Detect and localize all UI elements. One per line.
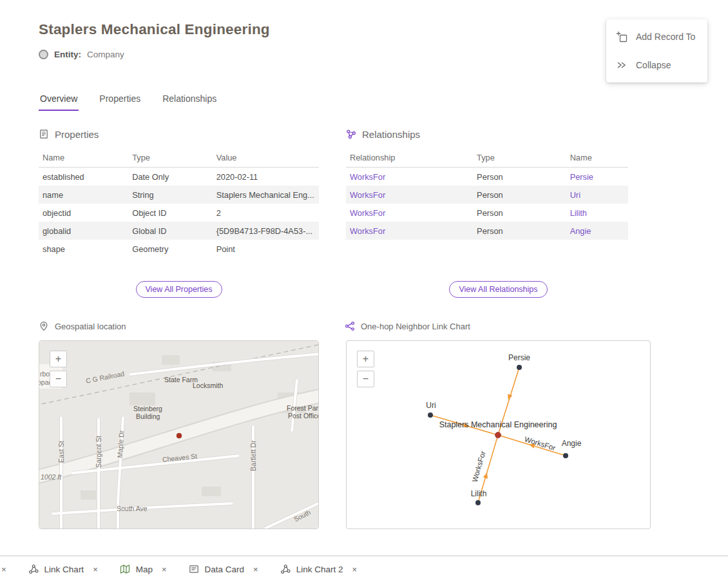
section-title: Geospatial location	[55, 322, 126, 331]
cell-name: shape	[39, 240, 128, 258]
tab-close-icon[interactable]: ×	[93, 565, 98, 574]
center-node-label: Staplers Mechanical Engineering	[439, 420, 557, 429]
cell-value: Point	[213, 240, 319, 258]
column-header-name: Name	[566, 148, 628, 168]
cell-type: Person	[473, 186, 566, 204]
tab-close-icon[interactable]: ×	[1, 565, 6, 574]
link-chart-icon	[280, 564, 291, 574]
relationship-link[interactable]: WorksFor	[350, 190, 385, 200]
one-hop-icon	[345, 321, 355, 331]
entity-link[interactable]: Angie	[570, 226, 591, 236]
node-uri[interactable]	[428, 412, 433, 418]
properties-table: Name Type Value established Date Only 20…	[39, 148, 319, 258]
map-label: Sargent St	[95, 436, 102, 468]
node-label: Uri	[426, 401, 436, 410]
relationships-section-header: Relationships	[346, 128, 628, 141]
cell-type: Date Only	[128, 168, 213, 186]
page-title: Staplers Mechanical Engineering	[39, 21, 270, 38]
table-row: objectid Object ID 2	[39, 204, 319, 222]
view-all-relationships-button[interactable]: View All Relationships	[449, 281, 547, 298]
map-canvas[interactable]	[39, 341, 318, 529]
column-header-type: Type	[128, 148, 213, 168]
map-label: Bartlett Dr	[249, 440, 257, 470]
column-header-type: Type	[473, 148, 566, 168]
view-tab-label: Link Chart 2	[296, 565, 343, 574]
table-row: globalid Global ID {5D9B4713-F98D-4A53-.…	[39, 222, 319, 240]
add-record-icon	[616, 31, 627, 43]
cell-type: Object ID	[128, 204, 213, 222]
properties-section: Properties Name Type Value established D…	[39, 128, 319, 258]
table-row: WorksFor Person Angie	[346, 222, 628, 240]
map-marker[interactable]	[177, 433, 182, 438]
tab-close-icon[interactable]: ×	[352, 565, 358, 574]
link-chart-panel: WorksFor WorksFor Persie Uri Angie Lilit…	[346, 340, 651, 529]
menu-item-collapse[interactable]: Collapse	[606, 51, 707, 79]
view-tab-link-chart-2[interactable]: Link Chart 2 ×	[280, 564, 357, 574]
view-all-properties-button[interactable]: View All Properties	[136, 281, 222, 298]
menu-item-label: Collapse	[636, 60, 671, 70]
menu-item-add-record-to[interactable]: Add Record To	[606, 23, 707, 51]
section-title: Relationships	[362, 129, 420, 140]
view-tab-map[interactable]: Map ×	[120, 564, 167, 574]
cell-name: objectid	[39, 204, 128, 222]
view-tab-link-chart[interactable]: Link Chart ×	[28, 564, 98, 574]
relationships-icon	[346, 129, 356, 139]
zoom-out-button[interactable]: −	[357, 371, 374, 387]
column-header-value: Value	[213, 148, 319, 168]
tab-bar: Overview Properties Relationships	[39, 91, 218, 111]
node-lilith[interactable]	[475, 500, 481, 505]
node-label: Angie	[562, 439, 582, 448]
node-label: Persie	[508, 353, 530, 362]
section-title: One-hop Neighbor Link Chart	[361, 322, 470, 331]
node-persie[interactable]	[517, 365, 522, 370]
zoom-in-button[interactable]: +	[50, 351, 67, 367]
table-row: WorksFor Person Lilith	[346, 204, 628, 222]
cell-name: name	[39, 186, 128, 204]
tab-close-icon[interactable]: ×	[253, 565, 258, 574]
section-title: Properties	[55, 129, 99, 140]
tab-overview[interactable]: Overview	[39, 91, 79, 111]
relationship-link[interactable]: WorksFor	[350, 208, 385, 218]
cell-value: 2020-02-11	[213, 168, 319, 186]
column-header-name: Name	[39, 148, 128, 168]
table-row: WorksFor Person Uri	[346, 186, 628, 204]
data-card-icon	[189, 564, 199, 574]
map-label: East St	[57, 441, 65, 463]
map-label: South Ave	[117, 505, 148, 512]
tab-properties[interactable]: Properties	[98, 91, 142, 111]
map-label: Forest Park	[287, 404, 319, 412]
view-tab-label: Map	[136, 565, 153, 574]
map-label: Locksmith	[193, 382, 223, 389]
cell-value: 2	[213, 204, 319, 222]
view-tab-data-card[interactable]: Data Card ×	[189, 564, 258, 574]
properties-section-header: Properties	[39, 128, 319, 141]
link-chart-section-header: One-hop Neighbor Link Chart	[345, 321, 470, 331]
cell-name: established	[39, 168, 128, 186]
tab-close-icon[interactable]: ×	[162, 565, 167, 574]
table-row: shape Geometry Point	[39, 240, 319, 258]
tab-relationships[interactable]: Relationships	[161, 91, 218, 111]
node-angie[interactable]	[563, 453, 568, 458]
map-label: Building	[136, 412, 160, 420]
map-label: Steinberg	[133, 405, 162, 412]
entity-row: Entity: Company	[39, 50, 124, 59]
relationship-link[interactable]: WorksFor	[350, 172, 385, 182]
node-center[interactable]	[495, 432, 501, 438]
relationship-link[interactable]: WorksFor	[350, 226, 385, 236]
zoom-out-button[interactable]: −	[50, 371, 67, 387]
zoom-in-button[interactable]: +	[357, 351, 374, 367]
chart-zoom-controls: + −	[357, 351, 374, 387]
map-pin-icon	[39, 321, 49, 331]
entity-link[interactable]: Persie	[570, 172, 593, 182]
map-scale-label: 1002 ft	[41, 473, 61, 481]
cell-type: Person	[473, 222, 566, 240]
map-icon	[120, 564, 130, 574]
entity-link[interactable]: Lilith	[570, 208, 587, 218]
cell-type: String	[128, 186, 213, 204]
table-header-row: Relationship Type Name	[346, 148, 628, 168]
entity-link[interactable]: Uri	[570, 190, 580, 200]
cell-type: Person	[473, 168, 566, 186]
edge-label: WorksFor	[524, 435, 557, 452]
link-chart-canvas[interactable]: WorksFor WorksFor Persie Uri Angie Lilit…	[347, 341, 650, 529]
properties-icon	[39, 129, 49, 139]
